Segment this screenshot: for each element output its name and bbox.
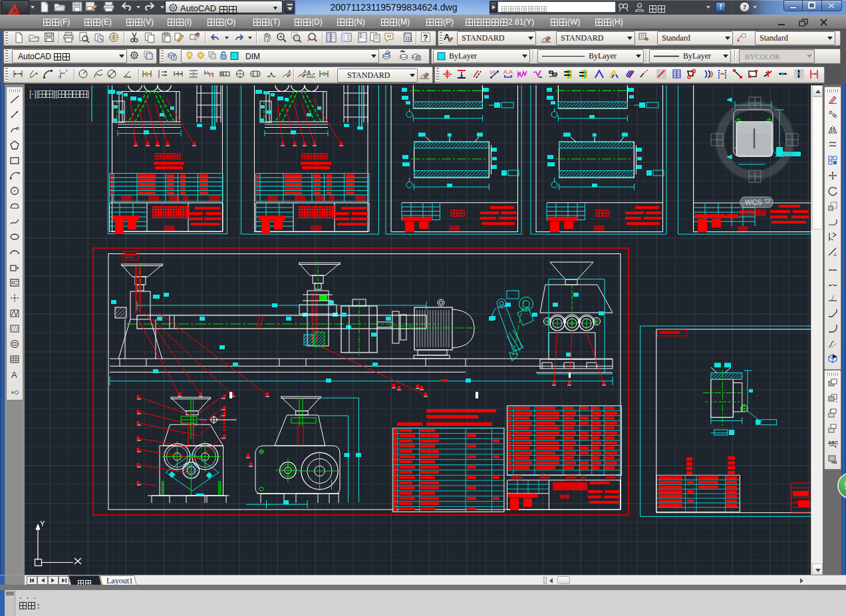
svg-text:A: A	[509, 69, 513, 75]
svg-text:Y: Y	[59, 69, 61, 73]
svg-text:A: A	[288, 69, 291, 74]
svg-text:X: X	[65, 69, 68, 73]
svg-text:A: A	[11, 370, 17, 380]
svg-text:Y: Y	[40, 520, 45, 528]
svg-text:ABC: ABC	[828, 440, 838, 445]
svg-text:A: A	[503, 69, 507, 75]
svg-text:A: A	[307, 70, 311, 77]
svg-text:?: ?	[423, 33, 428, 43]
svg-text:WCS: WCS	[745, 198, 762, 206]
